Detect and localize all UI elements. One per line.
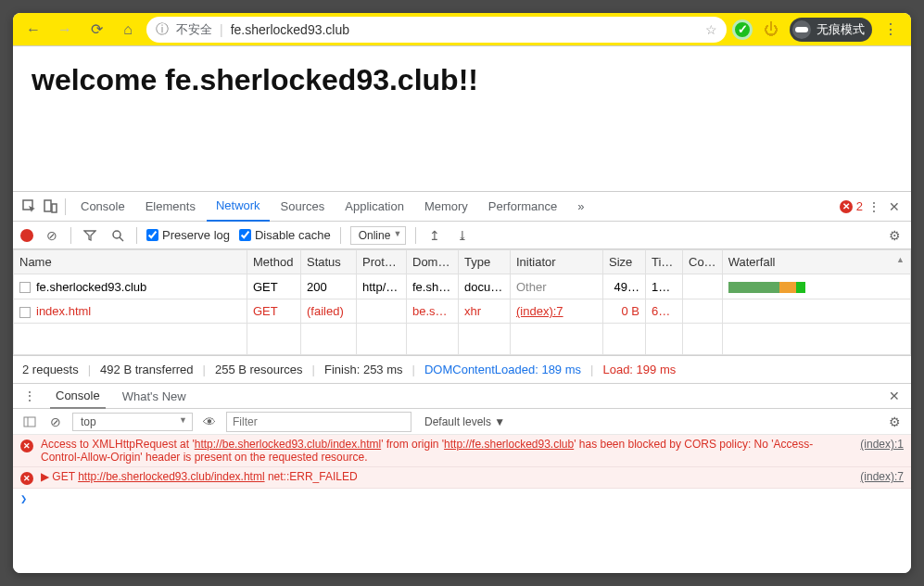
console-sidebar-icon[interactable] <box>20 413 39 431</box>
reload-button[interactable]: ⟳ <box>83 17 109 43</box>
tab-console[interactable]: Console <box>71 192 134 222</box>
network-toolbar: ⊘ Preserve log Disable cache Online ↥ ⤓ … <box>13 222 911 249</box>
page-heading: welcome fe.sherlocked93.club!! <box>32 63 892 97</box>
tab-network[interactable]: Network <box>207 192 270 222</box>
table-row[interactable]: fe.sherlocked93.clubGET200http/…fe.sh…do… <box>14 274 911 299</box>
console-filter-input[interactable] <box>226 412 411 432</box>
download-icon[interactable]: ⤓ <box>453 226 472 245</box>
footer-transferred: 492 B transferred <box>100 363 193 376</box>
table-row <box>14 324 911 355</box>
error-icon: ✕ <box>840 200 853 213</box>
url-bar[interactable]: ⓘ 不安全 | fe.sherlocked93.club ☆ <box>146 17 727 43</box>
clear-icon[interactable]: ⊘ <box>43 226 61 245</box>
column-ti[interactable]: Ti… <box>646 250 683 274</box>
extension-icon[interactable]: ✓ <box>732 19 753 40</box>
column-method[interactable]: Method <box>247 250 301 274</box>
drawer-menu-icon[interactable]: ⋮ <box>20 387 39 405</box>
column-initiator[interactable]: Initiator <box>511 250 603 274</box>
tab-sources[interactable]: Sources <box>272 192 335 222</box>
svg-point-3 <box>113 231 120 238</box>
svg-rect-2 <box>52 204 57 212</box>
device-icon[interactable] <box>41 197 59 216</box>
record-button[interactable] <box>20 229 33 242</box>
column-name[interactable]: Name <box>14 250 247 274</box>
settings-icon[interactable]: ⚙ <box>885 226 904 245</box>
devtools-tabs: ConsoleElementsNetworkSourcesApplication… <box>13 192 911 222</box>
bookmark-icon[interactable]: ☆ <box>705 22 717 37</box>
footer-finish: Finish: 253 ms <box>324 363 403 376</box>
error-badge[interactable]: ✕2 <box>840 199 863 213</box>
svg-line-4 <box>120 237 123 241</box>
footer-load: Load: 199 ms <box>602 363 676 376</box>
column-type[interactable]: Type <box>459 250 511 274</box>
error-icon: ✕ <box>20 472 33 485</box>
devtools-menu-icon[interactable]: ⋮ <box>865 197 883 216</box>
footer-resources: 255 B resources <box>215 363 303 376</box>
inspect-icon[interactable] <box>20 197 39 216</box>
levels-select[interactable]: Default levels ▼ <box>424 415 505 428</box>
console-messages: ✕Access to XMLHttpRequest at 'http://be.… <box>13 435 911 573</box>
svg-rect-1 <box>44 200 51 211</box>
devtools-panel: ConsoleElementsNetworkSourcesApplication… <box>13 191 911 573</box>
column-status[interactable]: Status <box>301 250 357 274</box>
console-toolbar: ⊘ top 👁 Default levels ▼ ⚙ <box>13 409 911 435</box>
back-button[interactable]: ← <box>20 17 46 43</box>
console-message[interactable]: ✕Access to XMLHttpRequest at 'http://be.… <box>13 435 911 467</box>
page-content: welcome fe.sherlocked93.club!! <box>13 46 911 191</box>
footer-requests: 2 requests <box>22 363 79 376</box>
svg-rect-5 <box>24 417 35 427</box>
devtools-close-icon[interactable]: ✕ <box>885 197 904 216</box>
network-footer: 2 requests| 492 B transferred| 255 B res… <box>13 355 911 383</box>
tab-memory[interactable]: Memory <box>415 192 477 222</box>
column-prot[interactable]: Prot… <box>357 250 407 274</box>
message-source[interactable]: (index):1 <box>860 438 904 464</box>
drawer-tab-console[interactable]: Console <box>50 383 106 409</box>
incognito-label: 无痕模式 <box>816 21 865 38</box>
incognito-badge: 无痕模式 <box>790 18 872 42</box>
browser-toolbar: ← → ⟳ ⌂ ⓘ 不安全 | fe.sherlocked93.club ☆ ✓… <box>13 13 911 46</box>
power-icon[interactable]: ⏻ <box>758 17 784 43</box>
incognito-icon <box>792 20 811 39</box>
console-prompt[interactable]: ❯ <box>13 489 911 509</box>
console-settings-icon[interactable]: ⚙ <box>885 413 904 431</box>
url-text: fe.sherlocked93.club <box>231 22 349 37</box>
browser-window: ← → ⟳ ⌂ ⓘ 不安全 | fe.sherlocked93.club ☆ ✓… <box>13 13 911 573</box>
column-dom[interactable]: Dom… <box>407 250 459 274</box>
console-message[interactable]: ✕▶ GET http://be.sherlocked93.club/index… <box>13 467 911 489</box>
search-icon[interactable] <box>108 226 127 245</box>
info-icon: ⓘ <box>156 21 169 38</box>
console-clear-icon[interactable]: ⊘ <box>46 413 65 431</box>
tab-performance[interactable]: Performance <box>479 192 566 222</box>
filter-icon[interactable] <box>81 226 99 245</box>
error-icon: ✕ <box>20 440 33 452</box>
preserve-log-checkbox[interactable]: Preserve log <box>146 228 230 242</box>
tab-application[interactable]: Application <box>335 192 413 222</box>
throttling-select[interactable]: Online <box>350 226 407 245</box>
home-button[interactable]: ⌂ <box>115 17 141 43</box>
disable-cache-checkbox[interactable]: Disable cache <box>239 228 331 242</box>
table-row[interactable]: index.htmlGET(failed)be.s…xhr(index):70 … <box>14 299 911 324</box>
footer-dcl: DOMContentLoaded: 189 ms <box>424 363 581 376</box>
message-source[interactable]: (index):7 <box>860 470 904 485</box>
security-status: 不安全 <box>176 21 212 38</box>
drawer-close-icon[interactable]: ✕ <box>885 387 904 405</box>
column-co[interactable]: Co… <box>683 250 723 274</box>
tab-more[interactable]: » <box>568 192 593 222</box>
network-table: NameMethodStatusProt…Dom…TypeInitiatorSi… <box>13 249 911 355</box>
forward-button[interactable]: → <box>52 17 78 43</box>
upload-icon[interactable]: ↥ <box>425 226 444 245</box>
column-size[interactable]: Size <box>603 250 646 274</box>
eye-icon[interactable]: 👁 <box>200 413 219 431</box>
drawer-tab-whatsnew[interactable]: What's New <box>117 383 192 409</box>
column-waterfall[interactable]: Waterfall <box>722 250 910 274</box>
menu-button[interactable]: ⋮ <box>878 17 904 43</box>
drawer-tabs: ⋮ ConsoleWhat's New ✕ <box>13 383 911 409</box>
tab-elements[interactable]: Elements <box>136 192 205 222</box>
context-select[interactable]: top <box>72 413 193 431</box>
